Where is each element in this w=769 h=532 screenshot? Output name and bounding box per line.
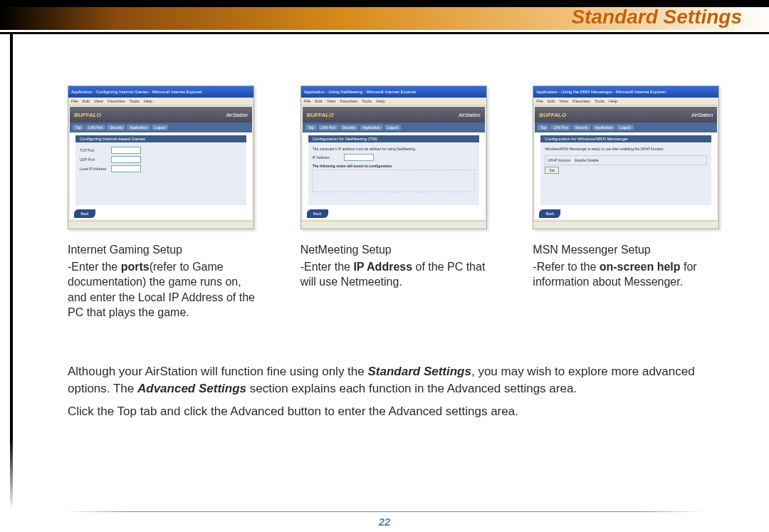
tab: Security — [340, 125, 358, 130]
tab: Top — [73, 125, 84, 130]
menu-item: View — [559, 99, 568, 103]
column-msn: Application - Using the MSN Messenger - … — [533, 85, 723, 320]
set-button: Set — [545, 167, 559, 174]
body-paragraph-2: Click the Top tab and click the Advanced… — [68, 403, 723, 420]
menu-item: Favorites — [572, 99, 590, 103]
caption-text: -Enter the — [68, 261, 121, 273]
statusbar — [533, 221, 718, 229]
tab: LAN Port — [318, 125, 338, 130]
back-button: Back — [539, 209, 560, 218]
tab: Application — [127, 125, 150, 130]
brand-logo: BUFFALO — [307, 112, 334, 118]
menu-item: Help — [144, 99, 152, 103]
tab: LAN Port — [85, 125, 105, 130]
tab: Security — [572, 125, 591, 130]
tab: Top — [538, 125, 549, 130]
menu-item: Tools — [595, 99, 605, 103]
caption-title: NetMeeting Setup — [300, 242, 491, 258]
brand-logo: BUFFALO — [74, 112, 101, 118]
statusbar — [68, 221, 253, 229]
column-gaming: Application - Configuring Internet Games… — [68, 85, 258, 320]
screenshot-msn: Application - Using the MSN Messenger - … — [533, 85, 719, 229]
footer-rule — [64, 511, 705, 512]
tab: Application — [360, 125, 382, 130]
menu-item: File — [71, 99, 78, 103]
menu-item: Edit — [315, 99, 322, 103]
para-text: section explains each function in the Ad… — [246, 382, 577, 395]
form-panel: The computer's IP address must be define… — [308, 142, 479, 205]
menu-item: View — [327, 99, 336, 103]
content-area: Application - Configuring Internet Games… — [68, 85, 723, 419]
window-titlebar: Application - Using NetMeeting - Microso… — [301, 86, 486, 98]
column-netmeeting: Application - Using NetMeeting - Microso… — [300, 85, 491, 320]
statusbar — [301, 221, 486, 229]
nav-tabs: Top LAN Port Security Application Logout — [303, 122, 485, 132]
caption-text: -Enter the — [300, 261, 354, 273]
product-label: AirStation — [459, 113, 480, 118]
caption-bold: on-screen help — [600, 261, 681, 273]
field-input — [111, 165, 141, 172]
menu-item: Edit — [548, 99, 555, 103]
columns: Application - Configuring Internet Games… — [68, 85, 723, 320]
field-label: UDP Port — [80, 157, 108, 162]
para-emph: Advanced Settings — [137, 382, 246, 395]
field-label: TCP Port — [80, 148, 108, 152]
field-input — [111, 156, 141, 163]
window-menubar: File Edit View Favorites Tools Help — [533, 98, 718, 105]
panel-text: Windows/MSN Messenger is ready to use af… — [545, 147, 707, 151]
panel-text: The computer's IP address must be define… — [313, 147, 475, 151]
para-text: Although your AirStation will function f… — [68, 365, 367, 378]
tab: Logout — [152, 125, 168, 130]
menu-item: Favorites — [108, 99, 125, 103]
caption-gaming: Internet Gaming Setup -Enter the ports(r… — [68, 242, 258, 320]
caption-bold: IP Address — [353, 261, 412, 273]
caption-bold: ports — [121, 261, 150, 273]
tab: Logout — [617, 125, 633, 130]
menu-item: View — [94, 99, 103, 103]
form-panel: TCP Port UDP Port Local IP Address — [75, 142, 246, 205]
screenshot-netmeeting: Application - Using NetMeeting - Microso… — [300, 85, 487, 229]
product-label: AirStation — [226, 113, 248, 118]
window-titlebar: Application - Using the MSN Messenger - … — [533, 86, 718, 98]
tab: LAN Port — [550, 125, 570, 130]
tab: Application — [592, 125, 615, 130]
header-band: Standard Settings — [0, 0, 769, 34]
left-rule — [10, 34, 13, 510]
tab: Top — [305, 125, 317, 130]
field-label: Local IP Address — [80, 167, 108, 171]
back-button: Back — [307, 209, 328, 218]
caption-msn: MSN Messenger Setup -Refer to the on-scr… — [533, 242, 723, 290]
caption-netmeeting: NetMeeting Setup -Enter the IP Address o… — [300, 242, 491, 290]
page-title: Standard Settings — [571, 6, 742, 28]
back-button: Back — [74, 209, 95, 218]
window-titlebar: Application - Configuring Internet Games… — [68, 86, 253, 98]
section-title: Configuring Internet-based Games — [75, 135, 246, 142]
menu-item: Favorites — [340, 99, 358, 103]
menu-item: Help — [376, 99, 384, 103]
field-label: IP Address — [313, 155, 341, 160]
page-number: 22 — [0, 516, 769, 528]
form-panel: Windows/MSN Messenger is ready to use af… — [540, 142, 711, 205]
section-title: Configuration for Windows/MSN Messenger — [540, 135, 711, 142]
section-title: Configuration for NetMeeting (TM) — [308, 135, 479, 142]
nav-tabs: Top LAN Port Security Application Logout — [70, 122, 252, 132]
caption-title: MSN Messenger Setup — [533, 242, 723, 258]
menu-item: Edit — [83, 99, 90, 103]
tab: Security — [107, 125, 125, 130]
panel-note: The following notes will assist to confi… — [313, 164, 475, 168]
field-input — [111, 147, 141, 154]
body-paragraph-1: Although your AirStation will function f… — [68, 363, 723, 397]
caption-text: -Refer to the — [533, 261, 599, 273]
window-menubar: File Edit View Favorites Tools Help — [301, 98, 486, 105]
menu-item: Tools — [130, 99, 140, 103]
toggle-options: Enable Disable — [575, 158, 599, 162]
brand-logo: BUFFALO — [539, 112, 566, 118]
caption-title: Internet Gaming Setup — [68, 242, 258, 258]
menu-item: File — [536, 99, 543, 103]
menu-item: File — [304, 99, 311, 103]
product-label: AirStation — [691, 113, 713, 118]
toggle-label: UPnP function — [548, 158, 570, 162]
field-input — [344, 154, 374, 161]
para-emph: Standard Settings — [367, 365, 471, 378]
screenshot-gaming: Application - Configuring Internet Games… — [68, 85, 254, 229]
